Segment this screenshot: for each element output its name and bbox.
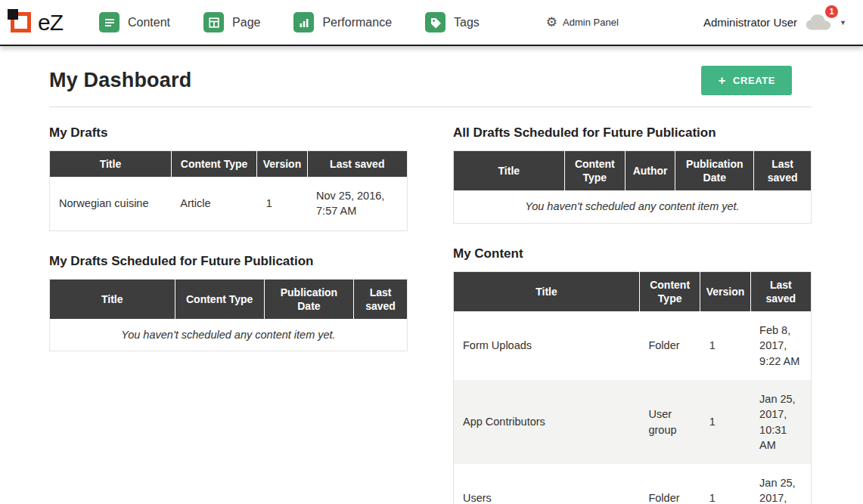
- dashboard-grid: My Drafts TitleContent TypeVersionLast s…: [49, 125, 812, 504]
- empty-row: You haven't scheduled any content item y…: [50, 319, 408, 351]
- admin-panel-label: Admin Panel: [563, 17, 619, 28]
- column-header: Last saved: [750, 271, 811, 311]
- user-name: Administrator User: [703, 16, 797, 29]
- table-cell: Users: [454, 464, 640, 504]
- page-title: My Dashboard: [49, 69, 191, 92]
- my-drafts-scheduled-heading: My Drafts Scheduled for Future Publicati…: [49, 254, 408, 269]
- table-row[interactable]: App ContributorsUser group1Jan 25, 2017,…: [454, 380, 812, 464]
- table-row[interactable]: Form UploadsFolder1Feb 8, 2017, 9:22 AM: [454, 311, 812, 380]
- column-header: Publication Date: [675, 151, 754, 191]
- column-header: Version: [700, 271, 750, 311]
- divider: [49, 107, 812, 107]
- table-cell: Folder: [639, 311, 700, 380]
- table-cell: 1: [257, 177, 307, 230]
- my-drafts-table: TitleContent TypeVersionLast savedNorweg…: [49, 150, 408, 231]
- table-header-row: TitleContent TypeVersionLast saved: [50, 151, 408, 178]
- ez-logo-icon: [11, 12, 31, 32]
- nav-item-content[interactable]: Content: [99, 12, 170, 32]
- chevron-down-icon: ▼: [840, 19, 846, 26]
- nav-item-tags[interactable]: Tags: [425, 12, 480, 32]
- user-menu[interactable]: Administrator User 1 ▼: [703, 13, 846, 32]
- column-header: Version: [257, 151, 307, 178]
- table-header-row: TitleContent TypePublication DateLast sa…: [50, 279, 408, 319]
- table-cell: Feb 8, 2017, 9:22 AM: [750, 311, 811, 380]
- table-cell: Norwegian cuisine: [50, 177, 172, 230]
- create-button[interactable]: + CREATE: [701, 66, 792, 95]
- ez-logo[interactable]: eZ: [11, 10, 63, 36]
- topbar: eZ Content Page Performance Tags: [0, 0, 863, 46]
- column-header: Last saved: [754, 151, 812, 191]
- avatar[interactable]: 1: [805, 13, 832, 32]
- all-drafts-scheduled-table: TitleContent TypeAuthorPublication DateL…: [453, 150, 812, 224]
- table-cell: Jan 25, 2017, 7:58 AM: [750, 464, 811, 504]
- my-drafts-scheduled-section: My Drafts Scheduled for Future Publicati…: [49, 254, 408, 352]
- table-row[interactable]: UsersFolder1Jan 25, 2017, 7:58 AM: [454, 464, 812, 504]
- column-header: Content Type: [171, 151, 257, 178]
- right-column: All Drafts Scheduled for Future Publicat…: [453, 125, 812, 504]
- column-header: Last saved: [354, 279, 408, 319]
- table-cell: 1: [700, 464, 750, 504]
- column-header: Author: [626, 151, 675, 191]
- empty-message: You haven't scheduled any content item y…: [454, 190, 812, 223]
- table-cell: Article: [171, 177, 257, 230]
- my-content-section: My Content TitleContent TypeVersionLast …: [453, 246, 812, 504]
- table-row[interactable]: Norwegian cuisineArticle1Nov 25, 2016, 7…: [50, 177, 408, 230]
- nav-label-page: Page: [232, 16, 260, 29]
- table-cell: 1: [700, 311, 750, 380]
- table-cell: App Contributors: [454, 380, 640, 464]
- my-content-table: TitleContent TypeVersionLast savedForm U…: [453, 271, 812, 504]
- column-header: Content Type: [639, 271, 700, 311]
- column-header: Title: [50, 279, 175, 319]
- table-cell: 1: [700, 380, 750, 464]
- column-header: Title: [454, 151, 565, 191]
- my-content-heading: My Content: [453, 246, 812, 261]
- column-header: Last saved: [307, 151, 407, 178]
- empty-message: You haven't scheduled any content item y…: [50, 319, 408, 351]
- page-header: My Dashboard + CREATE: [49, 66, 812, 95]
- admin-panel-link[interactable]: ⚙ Admin Panel: [546, 16, 619, 29]
- column-header: Title: [50, 151, 172, 178]
- my-drafts-section: My Drafts TitleContent TypeVersionLast s…: [49, 125, 408, 231]
- notification-badge[interactable]: 1: [825, 5, 838, 18]
- content-icon: [99, 12, 120, 32]
- table-cell: Form Uploads: [454, 311, 640, 380]
- nav-item-page[interactable]: Page: [203, 12, 260, 32]
- column-header: Publication Date: [264, 279, 353, 319]
- tags-icon: [425, 12, 445, 32]
- plus-icon: +: [718, 76, 726, 85]
- ez-logo-text: eZ: [38, 10, 63, 36]
- table-cell: User group: [639, 380, 700, 464]
- my-drafts-heading: My Drafts: [49, 125, 408, 141]
- all-drafts-scheduled-heading: All Drafts Scheduled for Future Publicat…: [453, 125, 812, 141]
- main-nav: Content Page Performance Tags: [99, 12, 480, 32]
- page-icon: [203, 12, 224, 32]
- nav-label-performance: Performance: [322, 16, 392, 29]
- all-drafts-scheduled-section: All Drafts Scheduled for Future Publicat…: [453, 125, 812, 224]
- left-column: My Drafts TitleContent TypeVersionLast s…: [49, 125, 408, 504]
- performance-icon: [293, 12, 314, 32]
- empty-row: You haven't scheduled any content item y…: [454, 190, 812, 223]
- gear-icon: ⚙: [546, 16, 557, 29]
- dashboard-page: My Dashboard + CREATE My Drafts TitleCon…: [0, 66, 863, 504]
- column-header: Content Type: [175, 279, 264, 319]
- table-cell: Folder: [639, 464, 700, 504]
- my-drafts-scheduled-table: TitleContent TypePublication DateLast sa…: [49, 279, 408, 352]
- nav-label-content: Content: [128, 16, 170, 29]
- column-header: Title: [454, 271, 640, 311]
- table-cell: Jan 25, 2017, 10:31 AM: [750, 380, 811, 464]
- table-header-row: TitleContent TypeAuthorPublication DateL…: [454, 151, 812, 191]
- table-header-row: TitleContent TypeVersionLast saved: [454, 271, 812, 311]
- nav-item-performance[interactable]: Performance: [293, 12, 392, 32]
- nav-label-tags: Tags: [454, 16, 480, 29]
- column-header: Content Type: [564, 151, 625, 191]
- create-button-label: CREATE: [733, 75, 775, 86]
- table-cell: Nov 25, 2016, 7:57 AM: [307, 177, 407, 230]
